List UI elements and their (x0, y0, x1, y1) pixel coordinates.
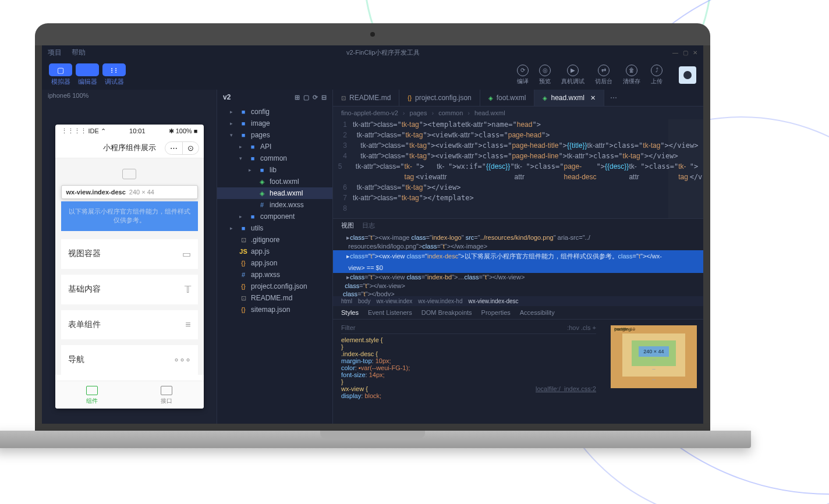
status-left: ⋮⋮⋮⋮ IDE ⌃ (61, 127, 106, 135)
editor-tab[interactable]: {}project.config.json (399, 90, 480, 106)
titlebar: 项目 帮助 v2-FinClip小程序开发工具 — ▢ ✕ (42, 45, 703, 60)
breadcrumb: fino-applet-demo-v2›pages›common›head.wx… (333, 107, 703, 119)
dom-tree[interactable]: ▸class="t"><wx-image class="index-logo" … (333, 232, 703, 296)
style-tab[interactable]: Event Listeners (368, 309, 412, 316)
style-tab[interactable]: Styles (341, 309, 359, 316)
new-file-icon[interactable]: ⊞ (295, 94, 300, 101)
crumb[interactable]: common (438, 109, 463, 116)
simulator-panel: iphone6 100% ⋮⋮⋮⋮ IDE ⌃ 10:01 ✱ 100% ■ 小… (42, 90, 217, 424)
path-segment[interactable]: html (341, 298, 352, 304)
code-editor[interactable]: 1tk-attr">class="tk-tag"><template tk-at… (333, 119, 703, 218)
tree-item[interactable]: ⊡ .gitignore (217, 234, 332, 246)
dom-node[interactable]: class="t"></body> (341, 290, 695, 296)
dom-node[interactable]: ▸class="t"><wx-view class="index-bd">…cl… (341, 273, 695, 282)
tool-1[interactable]: 编辑器 (76, 63, 99, 86)
tree-item[interactable]: ▸ ■ config (217, 106, 332, 118)
path-segment[interactable]: wx-view.index-hd (418, 298, 462, 304)
dom-node[interactable]: ▸class="t"><wx-view class="index-desc">以… (333, 250, 703, 262)
toolbar: ▢模拟器 编辑器 ⫶⫶调试器 ⟳编译 ◎预览 ▶真机调试 ⇄切后台 🗑清缓存 ⤴… (42, 60, 703, 90)
page-title: 小程序组件展示 (103, 143, 156, 153)
action-预览[interactable]: ◎预览 (539, 65, 551, 86)
crumb[interactable]: head.wxml (474, 109, 505, 116)
logo-icon (122, 169, 136, 179)
tree-item[interactable]: ▸ ■ image (217, 118, 332, 129)
minimap[interactable] (668, 119, 703, 218)
app-window: 项目 帮助 v2-FinClip小程序开发工具 — ▢ ✕ ▢模拟器 编辑器 ⫶… (42, 45, 703, 424)
list-item[interactable]: 表单组件≡ (61, 310, 198, 339)
devtools: 视图 日志 ▸class="t"><wx-image class="index-… (333, 218, 703, 424)
highlighted-element[interactable]: 以下将展示小程序官方组件能力，组件样式仅供参考。 (61, 201, 198, 231)
status-right: ✱ 100% ■ (169, 127, 198, 135)
tool-2[interactable]: ⫶⫶调试器 (102, 63, 126, 86)
close-tab-icon[interactable]: ✕ (590, 94, 596, 102)
status-time: 10:01 (129, 127, 146, 135)
style-tab[interactable]: DOM Breakpoints (421, 309, 472, 316)
editor-tabs: ⊡README.md {}project.config.json ◈foot.w… (333, 90, 703, 107)
action-编译[interactable]: ⟳编译 (517, 65, 529, 86)
dom-node[interactable]: resources/kind/logo.png">class="t"></wx-… (341, 242, 695, 250)
tab-组件[interactable]: 组件 (55, 381, 130, 409)
editor-tab[interactable]: ⊡README.md (333, 90, 399, 106)
refresh-icon[interactable]: ⟳ (313, 94, 318, 101)
collapse-icon[interactable]: ⊟ (321, 94, 327, 101)
filter-input[interactable]: Filter (341, 324, 355, 331)
tree-item[interactable]: # app.wxss (217, 269, 332, 281)
file-explorer: v2 ⊞ ▢ ⟳ ⊟ ▸ ■ config ▸ ■ image ▾ ■ (217, 90, 333, 424)
avatar[interactable] (679, 66, 696, 84)
tree-item[interactable]: {} project.config.json (217, 281, 332, 292)
action-真机调试[interactable]: ▶真机调试 (561, 65, 584, 86)
menu-project[interactable]: 项目 (48, 48, 62, 56)
minimize-icon[interactable]: — (672, 49, 678, 56)
list-item[interactable]: 导航∘∘∘ (61, 345, 198, 375)
inspector-tooltip: wx-view.index-desc240 × 44 (61, 185, 198, 199)
list-item[interactable]: 基础内容𝕋 (61, 275, 198, 304)
tree-item[interactable]: ◈ head.wxml (217, 187, 332, 199)
editor-tab[interactable]: ◈head.wxml✕ (534, 90, 604, 106)
tree-item[interactable]: ▸ ■ component (217, 211, 332, 222)
style-tab[interactable]: Accessibility (520, 309, 555, 316)
action-切后台[interactable]: ⇄切后台 (595, 65, 612, 86)
tree-item[interactable]: ◈ foot.wxml (217, 176, 332, 187)
action-清缓存[interactable]: 🗑清缓存 (623, 65, 640, 86)
tree-item[interactable]: {} app.json (217, 257, 332, 269)
devtab-log[interactable]: 日志 (362, 221, 375, 230)
capsule-menu-icon[interactable]: ⋯ (165, 142, 182, 154)
menu-help[interactable]: 帮助 (72, 48, 86, 56)
new-folder-icon[interactable]: ▢ (303, 94, 309, 101)
path-segment[interactable]: wx-view.index (377, 298, 413, 304)
tree-item[interactable]: ⊡ README.md (217, 292, 332, 304)
tab-接口[interactable]: 接口 (129, 381, 204, 409)
window-title: v2-FinClip小程序开发工具 (346, 48, 420, 57)
tree-item[interactable]: # index.wxss (217, 199, 332, 211)
project-root[interactable]: v2 (223, 93, 231, 101)
filter-controls[interactable]: :hov .cls + (567, 324, 596, 331)
style-tab[interactable]: Properties (481, 309, 511, 316)
menu-bar: 项目 帮助 (48, 48, 94, 58)
tree-item[interactable]: ▾ ■ pages (217, 129, 332, 141)
style-rules[interactable]: Filter :hov .cls + element.style {}.inde… (333, 320, 604, 424)
maximize-icon[interactable]: ▢ (683, 49, 688, 56)
tree-item[interactable]: ▾ ■ common (217, 152, 332, 164)
list-item[interactable]: 视图容器▭ (61, 239, 198, 269)
tree-item[interactable]: ▸ ■ API (217, 141, 332, 152)
tab-overflow-icon[interactable]: ⋯ (604, 90, 623, 105)
path-segment[interactable]: wx-view.index-desc (468, 298, 518, 304)
action-上传[interactable]: ⤴上传 (651, 65, 663, 86)
dom-node[interactable]: ▸class="t"><wx-image class="index-logo" … (341, 233, 695, 242)
devtab-view[interactable]: 视图 (341, 221, 354, 230)
path-segment[interactable]: body (358, 298, 371, 304)
tree-item[interactable]: ▸ ■ utils (217, 222, 332, 234)
tree-item[interactable]: JS app.js (217, 246, 332, 257)
dom-node[interactable]: view> == $0 (333, 262, 703, 273)
crumb[interactable]: fino-applet-demo-v2 (341, 109, 398, 116)
tree-item[interactable]: ▸ ■ lib (217, 164, 332, 176)
crumb[interactable]: pages (410, 109, 427, 116)
close-icon[interactable]: ✕ (693, 49, 697, 56)
style-tabs: StylesEvent ListenersDOM BreakpointsProp… (333, 306, 703, 320)
capsule-close-icon[interactable]: ⊙ (182, 142, 199, 154)
editor-tab[interactable]: ◈foot.wxml (480, 90, 535, 106)
laptop-frame: 项目 帮助 v2-FinClip小程序开发工具 — ▢ ✕ ▢模拟器 编辑器 ⫶… (35, 23, 710, 448)
tool-0[interactable]: ▢模拟器 (49, 63, 72, 86)
tree-item[interactable]: {} sitemap.json (217, 304, 332, 315)
dom-node[interactable]: class="t"></wx-view> (341, 282, 695, 290)
